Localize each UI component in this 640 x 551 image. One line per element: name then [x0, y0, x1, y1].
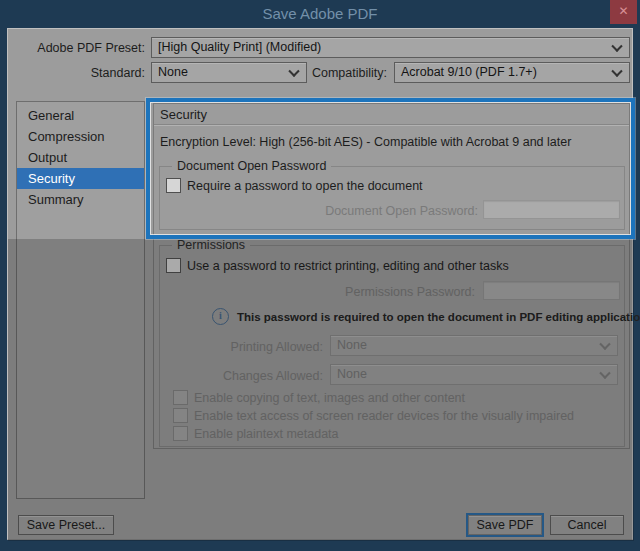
enable-plaintext-metadata-label: Enable plaintext metadata: [194, 427, 339, 441]
permissions-password-input: [483, 281, 620, 300]
enable-text-access-label: Enable text access of screen reader devi…: [194, 409, 574, 423]
standard-label: Standard:: [18, 63, 145, 83]
enable-copying-label: Enable copying of text, images and other…: [194, 391, 465, 405]
permissions-password-label: Permissions Password:: [220, 282, 475, 302]
printing-allowed-value: None: [337, 338, 367, 352]
save-pdf-button-ring: Save PDF: [466, 513, 544, 537]
printing-allowed-label: Printing Allowed:: [180, 337, 323, 357]
group-legend: Document Open Password: [172, 159, 331, 174]
preset-value: [High Quality Print] (Modified): [158, 40, 321, 54]
sidebar-item-general[interactable]: General: [17, 105, 144, 126]
group-legend: Permissions: [172, 238, 250, 253]
panel-title: Security: [160, 107, 207, 122]
changes-allowed-label: Changes Allowed:: [180, 366, 323, 386]
require-password-label: Require a password to open the document: [187, 179, 423, 193]
sidebar-item-compression[interactable]: Compression: [17, 126, 144, 147]
chevron-down-icon: [611, 40, 622, 51]
use-password-label: Use a password to restrict printing, edi…: [187, 259, 509, 273]
sidebar-item-security[interactable]: Security: [17, 168, 144, 189]
document-open-password-label: Document Open Password:: [220, 201, 478, 221]
enable-copying-checkbox: [173, 390, 188, 405]
document-open-password-group: Document Open Password Require a passwor…: [159, 166, 625, 230]
sidebar-item-summary[interactable]: Summary: [17, 189, 144, 210]
chevron-down-icon: [611, 65, 622, 76]
enable-text-access-checkbox: [173, 408, 188, 423]
security-panel: Security Encryption Level: High (256-bit…: [153, 103, 630, 449]
title-bar: Save Adobe PDF: [0, 0, 640, 28]
standard-value: None: [158, 65, 188, 79]
document-open-password-input: [483, 200, 620, 219]
compatibility-label: Compatibility:: [258, 63, 387, 83]
changes-allowed-value: None: [337, 367, 367, 381]
sidebar-item-output[interactable]: Output: [17, 147, 144, 168]
close-icon[interactable]: ✕: [610, 0, 637, 24]
use-password-checkbox[interactable]: [166, 258, 181, 273]
compatibility-value: Acrobat 9/10 (PDF 1.7+): [401, 65, 537, 79]
preset-label: Adobe PDF Preset:: [18, 38, 145, 58]
divider: [154, 124, 629, 126]
save-pdf-button[interactable]: Save PDF: [469, 516, 541, 534]
require-password-checkbox[interactable]: [166, 178, 181, 193]
chevron-down-icon: [599, 367, 610, 378]
permissions-group: Permissions Use a password to restrict p…: [159, 245, 625, 447]
info-icon: i: [212, 308, 229, 325]
enable-plaintext-metadata-checkbox: [173, 426, 188, 441]
save-preset-button[interactable]: Save Preset...: [18, 515, 114, 535]
dialog-body: Adobe PDF Preset: [High Quality Print] (…: [7, 28, 633, 540]
chevron-down-icon: [599, 338, 610, 349]
printing-allowed-dropdown: None: [330, 335, 618, 356]
permissions-info-text: This password is required to open the do…: [237, 311, 640, 323]
cancel-button[interactable]: Cancel: [550, 515, 624, 535]
compatibility-dropdown[interactable]: Acrobat 9/10 (PDF 1.7+): [394, 62, 630, 83]
window-title: Save Adobe PDF: [0, 0, 640, 27]
settings-category-list: General Compression Output Security Summ…: [16, 101, 145, 499]
changes-allowed-dropdown: None: [330, 364, 618, 385]
preset-dropdown[interactable]: [High Quality Print] (Modified): [151, 37, 630, 58]
encryption-level-text: Encryption Level: High (256-bit AES) - C…: [160, 135, 571, 149]
